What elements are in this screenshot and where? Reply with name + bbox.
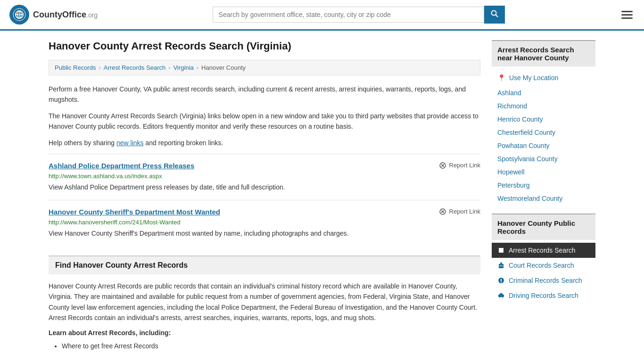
resource-desc: View Hanover County Sheriff's Department… xyxy=(49,229,480,239)
desc-text-3: Help others by sharing new links and rep… xyxy=(49,138,480,148)
svg-point-24 xyxy=(502,296,504,298)
search-area xyxy=(213,6,505,24)
page-title: Hanover County Arrest Records Search (Vi… xyxy=(49,40,480,52)
desc-text-1: Perform a free Hanover County, VA public… xyxy=(49,84,480,105)
resource-desc: View Ashland Police Department press rel… xyxy=(49,182,480,192)
content-area: Hanover County Arrest Records Search (Vi… xyxy=(49,40,480,352)
nearby-link[interactable]: Powhatan County xyxy=(492,139,595,152)
nearby-link[interactable]: Hopewell xyxy=(492,165,595,179)
public-record-label: Court Records Search xyxy=(509,262,574,269)
nearby-link[interactable]: Spotsylvania County xyxy=(492,152,595,165)
nearby-link[interactable]: Chesterfield County xyxy=(492,126,595,139)
public-records-items: Arrest Records Search Court Records Sear… xyxy=(492,243,595,303)
public-record-item[interactable]: Arrest Records Search xyxy=(492,243,595,258)
report-label: Report Link xyxy=(449,208,480,215)
nearby-link[interactable]: Henrico County xyxy=(492,113,595,126)
nearby-link[interactable]: Ashland xyxy=(492,86,595,99)
report-link-btn-0[interactable]: Report Link xyxy=(439,162,480,169)
find-section-heading: Find Hanover County Arrest Records xyxy=(49,255,480,274)
report-label: Report Link xyxy=(449,162,480,169)
svg-rect-15 xyxy=(499,264,504,268)
resource-card: Ashland Police Department Press Releases… xyxy=(49,154,480,200)
new-links-link[interactable]: new links xyxy=(116,139,144,147)
public-record-label: Arrest Records Search xyxy=(509,247,576,254)
main-container: Hanover County Arrest Records Search (Vi… xyxy=(39,31,605,362)
breadcrumb-virginia[interactable]: Virginia xyxy=(173,64,194,71)
logo-name: CountyOffice.org xyxy=(33,10,98,20)
public-record-label: Driving Records Search xyxy=(509,292,578,299)
search-input[interactable] xyxy=(213,7,484,23)
resource-card: Hanover County Sheriff's Department Most… xyxy=(49,200,480,246)
search-button[interactable] xyxy=(484,6,505,24)
breadcrumb-public-records[interactable]: Public Records xyxy=(55,64,96,71)
public-record-item[interactable]: Driving Records Search xyxy=(492,288,595,303)
breadcrumb-arrest-records[interactable]: Arrest Records Search xyxy=(104,64,166,71)
public-record-icon xyxy=(497,247,505,254)
breadcrumb-hanover: Hanover County xyxy=(201,64,246,71)
public-records-title: Hanover County Public Records xyxy=(492,214,595,240)
svg-rect-18 xyxy=(502,265,503,266)
resource-title-1[interactable]: Hanover County Sheriff's Department Most… xyxy=(49,208,220,216)
breadcrumb: Public Records › Arrest Records Search ›… xyxy=(49,60,480,75)
find-section-text: Hanover County Arrest Records are public… xyxy=(49,281,480,323)
logo-area: CountyOffice.org xyxy=(9,5,98,25)
nearby-title: Arrest Records Search near Hanover Count… xyxy=(492,40,595,66)
svg-rect-17 xyxy=(500,265,501,266)
public-record-icon xyxy=(497,262,505,269)
svg-point-23 xyxy=(499,296,501,298)
public-record-item[interactable]: Criminal Records Search xyxy=(492,273,595,288)
sidebar: Arrest Records Search near Hanover Count… xyxy=(492,40,595,352)
svg-point-6 xyxy=(491,11,496,16)
svg-rect-20 xyxy=(501,279,502,281)
report-icon xyxy=(439,162,446,169)
learn-heading: Learn about Arrest Records, including: xyxy=(49,329,480,337)
resource-list: Ashland Police Department Press Releases… xyxy=(49,154,480,246)
report-link-btn-1[interactable]: Report Link xyxy=(439,208,480,215)
public-record-icon xyxy=(497,292,505,299)
public-record-icon xyxy=(497,277,505,284)
svg-rect-16 xyxy=(500,263,502,264)
svg-point-5 xyxy=(16,12,18,14)
site-header: CountyOffice.org xyxy=(0,0,644,31)
nearby-links-list: AshlandRichmondHenrico CountyChesterfiel… xyxy=(492,86,595,205)
location-pin-icon: 📍 xyxy=(497,74,505,82)
public-record-item[interactable]: Court Records Search xyxy=(492,258,595,273)
nearby-link[interactable]: Richmond xyxy=(492,99,595,113)
bullet-item: Where to get free Arrest Records xyxy=(62,340,480,352)
bullet-list: Where to get free Arrest Records xyxy=(49,340,480,352)
desc-text-2: The Hanover County Arrest Records Search… xyxy=(49,111,480,132)
resource-url: http://www.hanoversheriff.com/241/Most-W… xyxy=(49,219,480,226)
resource-title-0[interactable]: Ashland Police Department Press Releases xyxy=(49,162,194,170)
public-record-label: Criminal Records Search xyxy=(509,277,582,284)
nearby-link[interactable]: Westmoreland County xyxy=(492,192,595,205)
svg-line-7 xyxy=(495,15,498,17)
nearby-link[interactable]: Petersburg xyxy=(492,179,595,192)
svg-rect-21 xyxy=(501,281,502,282)
logo-icon xyxy=(9,5,29,25)
report-icon xyxy=(439,208,446,215)
use-location-label: Use My Location xyxy=(509,74,558,82)
use-location-link[interactable]: 📍 Use My Location xyxy=(492,71,595,84)
menu-button[interactable] xyxy=(619,9,635,21)
resource-url: http://www.town.ashland.va.us/index.aspx xyxy=(49,173,480,180)
svg-rect-14 xyxy=(499,248,504,253)
